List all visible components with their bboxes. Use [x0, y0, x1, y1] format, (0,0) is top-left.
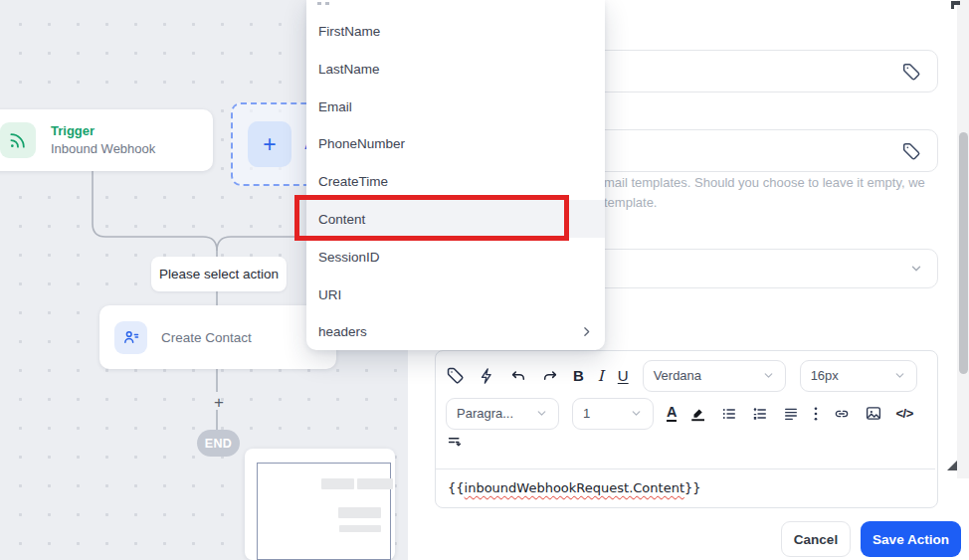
contact-person-icon — [114, 321, 147, 354]
dropdown-item-email[interactable]: Email — [306, 88, 605, 125]
line-break-icon[interactable] — [446, 435, 463, 450]
numbered-list-icon[interactable] — [751, 406, 769, 422]
dropdown-item-label: Content — [318, 212, 365, 227]
partial-item-fragment — [317, 2, 321, 5]
text-color-button[interactable]: A — [667, 405, 677, 422]
save-action-button[interactable]: Save Action — [861, 521, 961, 557]
dropdown-item-label: SessionID — [318, 250, 380, 265]
lightning-icon[interactable] — [479, 367, 495, 385]
hint-text: mail templates. Should you choose to lea… — [604, 173, 962, 213]
merge-tag-open: {{ — [448, 480, 465, 495]
minimap-preview-card[interactable] — [245, 449, 395, 560]
minimap-viewport — [257, 463, 391, 560]
cancel-button[interactable]: Cancel — [781, 521, 851, 557]
trigger-node[interactable]: Trigger Inbound Webhook — [0, 109, 213, 171]
placeholder-bar — [339, 525, 381, 532]
font-family-value: Verdana — [654, 368, 701, 383]
font-family-select[interactable]: Verdana — [643, 360, 786, 392]
paragraph-style-select[interactable]: Paragra... — [446, 398, 559, 430]
more-options-icon[interactable] — [813, 405, 819, 423]
dropdown-item-firstname[interactable]: FirstName — [306, 12, 605, 50]
select-action-node[interactable]: Please select action — [151, 257, 287, 291]
highlighter-icon[interactable] — [689, 405, 707, 423]
undo-icon[interactable] — [509, 368, 527, 384]
code-view-button[interactable]: </> — [895, 406, 912, 421]
underline-button[interactable]: U — [618, 367, 629, 384]
chevron-right-icon — [580, 325, 593, 338]
webhook-fields-dropdown: FirstName LastName Email PhoneNumber Cre… — [306, 0, 605, 350]
font-size-value: 16px — [811, 368, 839, 383]
webhook-signal-icon — [0, 122, 36, 158]
dropdown-item-lastname[interactable]: LastName — [306, 50, 605, 88]
hint-line1: mail templates. Should you choose to lea… — [604, 173, 962, 193]
align-icon[interactable] — [782, 406, 800, 422]
tag-icon[interactable] — [901, 141, 921, 161]
rich-text-editor: B I U Verdana 16px Paragra... 1 — [435, 350, 938, 508]
create-contact-label: Create Contact — [161, 330, 252, 345]
dropdown-item-content[interactable]: Content — [306, 200, 605, 238]
select-action-label: Please select action — [159, 267, 279, 281]
merge-tag-variable: inboundWebhookRequest.Content — [465, 480, 684, 495]
partial-item-fragment — [325, 2, 329, 5]
font-size-select[interactable]: 16px — [800, 360, 917, 392]
scroll-top-mark — [951, 1, 954, 9]
editor-content-area[interactable]: {{inboundWebhookRequest.Content}} — [448, 480, 701, 495]
dropdown-item-label: URI — [318, 287, 341, 302]
hint-line2: template. — [604, 193, 962, 213]
redo-icon[interactable] — [541, 368, 559, 384]
merge-tag-icon[interactable] — [446, 366, 465, 385]
dropdown-item-uri[interactable]: URI — [306, 276, 605, 313]
create-contact-node[interactable]: Create Contact — [99, 305, 336, 369]
dropdown-item-label: FirstName — [318, 24, 380, 39]
list-level-select[interactable]: 1 — [572, 398, 654, 430]
dropdown-item-createtime[interactable]: CreateTime — [306, 162, 605, 200]
bullet-list-icon[interactable] — [720, 406, 738, 422]
image-icon[interactable] — [865, 405, 882, 422]
paragraph-style-value: Paragra... — [457, 406, 513, 421]
trigger-subtitle: Inbound Webhook — [51, 140, 155, 158]
panel-scrollbar-thumb[interactable] — [959, 132, 968, 374]
connector-plus-icon[interactable]: + — [210, 393, 228, 413]
dropdown-item-label: headers — [318, 324, 367, 339]
list-level-value: 1 — [583, 406, 590, 421]
dropdown-item-label: CreateTime — [318, 174, 388, 189]
editor-divider — [436, 468, 935, 469]
italic-button[interactable]: I — [598, 367, 604, 385]
tag-icon[interactable] — [901, 62, 921, 82]
placeholder-bar — [338, 507, 381, 518]
placeholder-bar — [357, 478, 393, 489]
chevron-down-icon — [909, 262, 923, 276]
end-badge: END — [197, 430, 240, 457]
dropdown-item-label: LastName — [318, 62, 380, 77]
dropdown-item-label: Email — [318, 99, 352, 114]
dropdown-item-sessionid[interactable]: SessionID — [306, 238, 605, 276]
placeholder-bar — [321, 478, 354, 489]
bold-button[interactable]: B — [573, 367, 584, 384]
workflow-builder-page: Trigger Inbound Webhook + Add Please sel… — [0, 0, 969, 560]
merge-tag-close: }} — [684, 480, 701, 495]
dropdown-item-headers[interactable]: headers — [306, 312, 605, 350]
plus-icon: + — [248, 121, 291, 167]
dropdown-item-phonenumber[interactable]: PhoneNumber — [306, 124, 605, 162]
link-icon[interactable] — [832, 406, 852, 422]
trigger-title: Trigger — [51, 122, 155, 140]
dropdown-item-label: PhoneNumber — [318, 136, 405, 151]
